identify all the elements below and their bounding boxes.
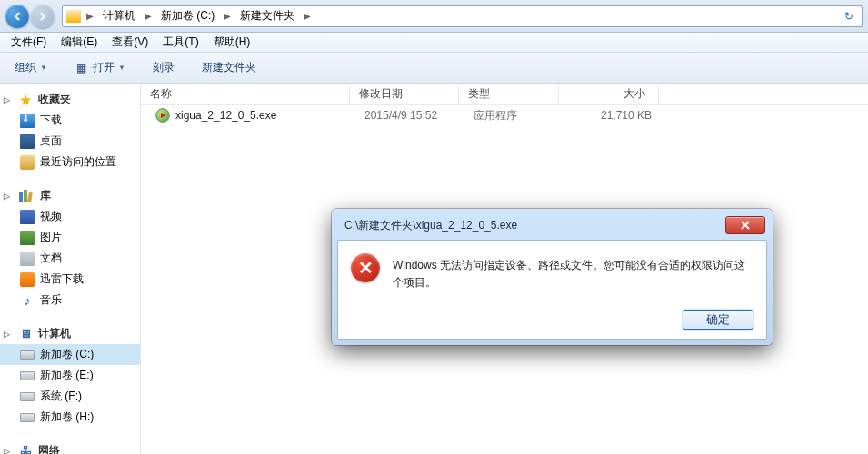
expand-icon: ▷ xyxy=(4,192,13,201)
expand-icon: ▷ xyxy=(4,447,13,455)
menu-view[interactable]: 查看(V) xyxy=(105,33,155,52)
navigation-sidebar: ▷ ★ 收藏夹 下载 桌面 最近访问的位置 ▷ 库 视频 图片 文档 迅雷下载 … xyxy=(0,84,141,454)
breadcrumb-item[interactable]: 计算机 xyxy=(99,6,139,26)
column-type[interactable]: 类型 xyxy=(459,84,559,104)
sidebar-item-music[interactable]: ♪音乐 xyxy=(0,290,140,311)
dialog-close-button[interactable] xyxy=(725,216,765,234)
chevron-down-icon: ▼ xyxy=(118,64,125,72)
music-icon: ♪ xyxy=(20,293,35,308)
svg-rect-1 xyxy=(24,190,27,202)
computer-icon: 🖥 xyxy=(18,327,33,341)
sidebar-computer-header[interactable]: ▷ 🖥 计算机 xyxy=(0,323,140,344)
thunder-icon xyxy=(20,272,35,287)
sidebar-network-header[interactable]: ▷ 🖧 网络 xyxy=(0,440,140,454)
drive-icon xyxy=(20,350,35,360)
svg-rect-2 xyxy=(27,192,33,202)
sidebar-item-drive-c[interactable]: 新加卷 (C:) xyxy=(0,344,140,365)
document-icon xyxy=(20,252,35,266)
sidebar-item-drive-e[interactable]: 新加卷 (E:) xyxy=(0,365,140,386)
menu-edit[interactable]: 编辑(E) xyxy=(54,33,105,52)
network-icon: 🖧 xyxy=(18,444,33,455)
file-name: xigua_2_12_0_5.exe xyxy=(175,109,276,122)
file-date: 2015/4/9 15:52 xyxy=(355,109,464,122)
menu-file[interactable]: 文件(F) xyxy=(4,33,54,52)
address-box[interactable]: ▶ 计算机 ▶ 新加卷 (C:) ▶ 新建文件夹 ▶ ↻ xyxy=(62,5,863,27)
menu-tools[interactable]: 工具(T) xyxy=(155,33,205,52)
chevron-right-icon: ▶ xyxy=(302,11,313,21)
sidebar-item-recent[interactable]: 最近访问的位置 xyxy=(0,152,140,173)
drive-icon xyxy=(20,413,35,422)
file-row[interactable]: xigua_2_12_0_5.exe 2015/4/9 15:52 应用程序 2… xyxy=(141,105,868,125)
open-button[interactable]: ▦ 打开▼ xyxy=(69,57,131,78)
sidebar-item-pictures[interactable]: 图片 xyxy=(0,227,140,248)
chevron-right-icon: ▶ xyxy=(222,11,233,21)
sidebar-item-documents[interactable]: 文档 xyxy=(0,248,140,269)
chevron-right-icon: ▶ xyxy=(85,11,95,21)
library-icon xyxy=(18,189,35,203)
sidebar-item-desktop[interactable]: 桌面 xyxy=(0,131,140,152)
folder-icon xyxy=(66,10,81,23)
menu-help[interactable]: 帮助(H) xyxy=(206,33,258,52)
refresh-button[interactable]: ↻ xyxy=(840,10,858,23)
nav-back-button[interactable] xyxy=(5,5,29,28)
column-date[interactable]: 修改日期 xyxy=(350,84,459,104)
sidebar-item-videos[interactable]: 视频 xyxy=(0,206,140,227)
video-icon xyxy=(20,210,35,224)
drive-icon xyxy=(20,371,35,380)
sidebar-libraries-header[interactable]: ▷ 库 xyxy=(0,185,140,206)
organize-button[interactable]: 组织▼ xyxy=(9,57,53,78)
picture-icon xyxy=(20,231,35,245)
open-icon: ▦ xyxy=(75,61,89,75)
drive-icon xyxy=(20,392,35,401)
toolbar: 组织▼ ▦ 打开▼ 刻录 新建文件夹 xyxy=(0,53,868,84)
menu-bar: 文件(F) 编辑(E) 查看(V) 工具(T) 帮助(H) xyxy=(0,33,868,53)
sidebar-item-thunder[interactable]: 迅雷下载 xyxy=(0,269,140,290)
error-icon: ✕ xyxy=(351,253,380,282)
column-name[interactable]: 名称 xyxy=(141,84,350,104)
dialog-ok-button[interactable]: 确定 xyxy=(683,310,753,330)
nav-forward-button[interactable] xyxy=(31,5,55,28)
column-size[interactable]: 大小 xyxy=(559,84,659,104)
error-dialog: C:\新建文件夹\xigua_2_12_0_5.exe ✕ Windows 无法… xyxy=(332,209,773,345)
sidebar-favorites-header[interactable]: ▷ ★ 收藏夹 xyxy=(0,89,140,110)
file-type: 应用程序 xyxy=(464,108,564,123)
breadcrumb-item[interactable]: 新建文件夹 xyxy=(236,6,298,26)
address-bar: ▶ 计算机 ▶ 新加卷 (C:) ▶ 新建文件夹 ▶ ↻ xyxy=(0,0,868,33)
column-headers: 名称 修改日期 类型 大小 xyxy=(141,84,868,105)
burn-button[interactable]: 刻录 xyxy=(147,57,180,78)
download-icon xyxy=(20,114,35,128)
exe-icon xyxy=(155,108,170,123)
sidebar-item-drive-f[interactable]: 系统 (F:) xyxy=(0,386,140,407)
chevron-right-icon: ▶ xyxy=(143,11,154,21)
chevron-down-icon: ▼ xyxy=(40,64,47,72)
dialog-title: C:\新建文件夹\xigua_2_12_0_5.exe xyxy=(344,218,517,233)
sidebar-item-drive-h[interactable]: 新加卷 (H:) xyxy=(0,407,140,428)
expand-icon: ▷ xyxy=(4,95,13,104)
expand-icon: ▷ xyxy=(4,330,13,339)
sidebar-item-downloads[interactable]: 下载 xyxy=(0,110,140,131)
star-icon: ★ xyxy=(18,93,33,107)
dialog-message: Windows 无法访问指定设备、路径或文件。您可能没有合适的权限访问这个项目。 xyxy=(393,253,753,291)
breadcrumb-item[interactable]: 新加卷 (C:) xyxy=(157,6,218,26)
desktop-icon xyxy=(20,134,35,149)
file-size: 21,710 KB xyxy=(564,109,664,122)
svg-rect-0 xyxy=(19,192,23,202)
new-folder-button[interactable]: 新建文件夹 xyxy=(196,57,262,78)
recent-icon xyxy=(20,155,35,170)
